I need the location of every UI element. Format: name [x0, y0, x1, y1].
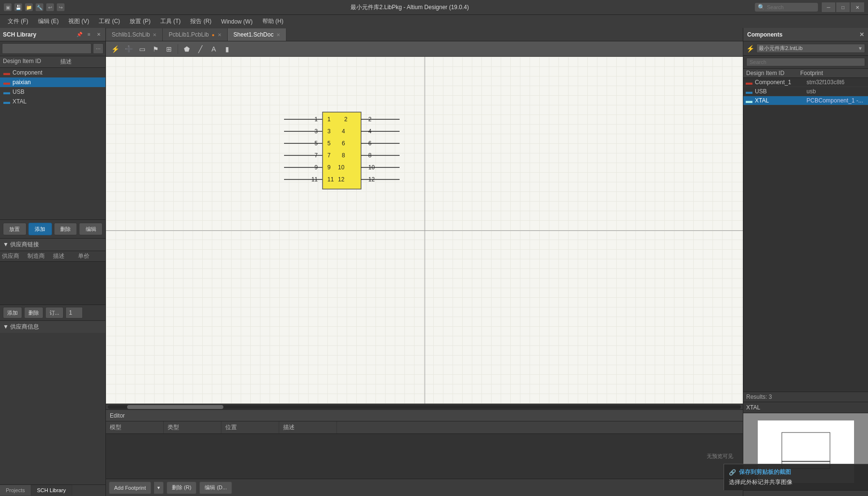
menu-place[interactable]: 放置 (P) [126, 16, 154, 27]
menu-help[interactable]: 帮助 (H) [259, 16, 287, 27]
component-search-row: ⋯ [0, 41, 105, 56]
save-clipboard-desc: 选择此外标记并共享图像 [729, 478, 863, 486]
svg-text:3: 3 [327, 128, 331, 135]
right-panel-header: Components ✕ [743, 28, 868, 41]
editor-panel: Editor 模型 类型 位置 描述 无预览可见 Add Footprint ▼… [106, 409, 743, 496]
line-button[interactable]: ╱ [194, 43, 207, 55]
svg-text:3: 3 [314, 128, 318, 135]
right-panel-close-icon[interactable]: ✕ [859, 31, 864, 38]
rect-button[interactable]: ▭ [136, 43, 148, 55]
supply-chain-header[interactable]: ▼ 供应商链接 [0, 239, 105, 251]
schematic-toolbar: ⚡ ➕ ▭ ⚑ ⊞ ⬟ ╱ A ▮ [106, 41, 743, 57]
svg-text:9: 9 [327, 164, 331, 171]
supply-add-button[interactable]: 添加 [3, 307, 22, 318]
right-list-item[interactable]: ▬ Component_1 stm32f103c8t6 [743, 78, 868, 87]
menu-bar: 文件 (F) 编辑 (E) 视图 (V) 工程 (C) 放置 (P) 工具 (T… [0, 14, 868, 28]
component-icon-red: ▬ [4, 79, 10, 85]
list-item[interactable]: ▬ USB [0, 87, 105, 97]
right-panel-scrollbar[interactable] [743, 490, 868, 496]
list-item[interactable]: ▬ Component [0, 68, 105, 77]
undo-icon[interactable]: ↩ [46, 3, 54, 11]
menu-window[interactable]: Window (W) [217, 17, 256, 26]
tab-pcblib[interactable]: PcbLib1.PcbLib ● ✕ [163, 28, 227, 41]
right-search-row [743, 56, 868, 69]
menu-tools[interactable]: 工具 (T) [156, 16, 185, 27]
horizontal-scrollbar[interactable] [106, 404, 743, 409]
schematic-canvas[interactable]: 1 3 5 7 9 11 1 3 5 7 9 11 2 [106, 57, 743, 404]
tab-pcblib-close-icon[interactable]: ✕ [218, 32, 221, 38]
scrollbar-thumb[interactable] [127, 405, 223, 409]
tb-icon-3[interactable]: 🔧 [36, 3, 43, 11]
right-search-input[interactable] [746, 58, 865, 66]
supply-order-button[interactable]: 订... [45, 307, 64, 318]
left-panel-close-icon[interactable]: ✕ [95, 31, 103, 38]
menu-report[interactable]: 报告 (R) [186, 16, 215, 27]
title-search-input[interactable] [767, 4, 815, 10]
tab-sheet-close-icon[interactable]: ✕ [276, 32, 280, 38]
fill-button[interactable]: ⬟ [181, 43, 193, 55]
title-search-box[interactable]: 🔍 [755, 3, 818, 12]
editor-edit-button[interactable]: 编辑 (D... [199, 482, 232, 494]
tab-schlib[interactable]: Schlib1.SchLib ✕ [106, 28, 163, 41]
left-panel-menu-icon[interactable]: ≡ [85, 31, 93, 38]
window-controls: ─ □ ✕ [822, 2, 864, 12]
svg-text:10: 10 [368, 164, 375, 171]
design-item-id-label: Design Item ID [3, 58, 41, 66]
text-button[interactable]: A [207, 43, 220, 55]
component-search-input[interactable] [2, 43, 91, 54]
add-footprint-dropdown-button[interactable]: ▼ [154, 482, 164, 494]
menu-edit[interactable]: 编辑 (E) [34, 16, 63, 27]
flag-button[interactable]: ⚑ [149, 43, 162, 55]
editor-remove-button[interactable]: 删除 (R) [167, 482, 196, 494]
svg-text:9: 9 [314, 164, 318, 171]
tb-icon-1[interactable]: 💾 [14, 3, 22, 11]
supply-remove-button[interactable]: 删除 [24, 307, 43, 318]
menu-project[interactable]: 工程 (C) [95, 16, 124, 27]
tb-icon-2[interactable]: 📁 [25, 3, 33, 11]
supply-action-buttons: 添加 删除 订... [0, 305, 105, 321]
maximize-button[interactable]: □ [836, 2, 850, 12]
tab-sheet[interactable]: Sheet1.SchDoc ✕ [228, 28, 286, 41]
tab-bar: Schlib1.SchLib ✕ PcbLib1.PcbLib ● ✕ Shee… [106, 28, 743, 41]
remove-button[interactable]: 删除 [54, 223, 78, 235]
canvas-vline [425, 57, 425, 404]
supply-chain-arrow-icon: ▼ [3, 241, 10, 248]
bottom-tab-sch-library[interactable]: SCH Library [31, 485, 72, 496]
desc-label: 描述 [60, 58, 72, 66]
right-list-item[interactable]: ▬ USB usb [743, 87, 868, 96]
supply-info-header[interactable]: ▼ 供应商信息 [0, 321, 105, 333]
right-library-label: 最小元件库2.IntLib [759, 45, 858, 52]
editor-table-body: 无预览可见 [106, 434, 743, 479]
filter-button[interactable]: ⚡ [109, 43, 121, 55]
place-button[interactable]: 放置 [3, 223, 26, 235]
redo-icon[interactable]: ↪ [57, 3, 65, 11]
svg-text:6: 6 [342, 140, 345, 147]
list-item[interactable]: ▬ XTAL [0, 97, 105, 106]
list-item[interactable]: ▬ paixian [0, 77, 105, 87]
component-search-button[interactable]: ⋯ [93, 43, 104, 54]
pin-button[interactable]: ⊞ [163, 43, 175, 55]
search-icon: 🔍 [758, 4, 765, 11]
left-panel-pin-icon[interactable]: 📌 [76, 31, 83, 38]
close-button[interactable]: ✕ [851, 2, 864, 12]
menu-view[interactable]: 视图 (V) [65, 16, 93, 27]
comp-icon-blue: ▬ [746, 89, 752, 94]
right-library-dropdown-icon[interactable]: ▼ [858, 46, 863, 51]
svg-text:4: 4 [342, 128, 345, 135]
edit-button[interactable]: 编辑 [79, 223, 103, 235]
design-item-header: Design Item ID 描述 [0, 56, 105, 68]
add-button[interactable]: 添加 [28, 223, 52, 235]
editor-col-desc: 描述 [279, 421, 337, 433]
menu-file[interactable]: 文件 (F) [4, 16, 32, 27]
minimize-button[interactable]: ─ [822, 2, 835, 12]
add-icon-button[interactable]: ➕ [122, 43, 135, 55]
right-list-item[interactable]: ▬ XTAL PCBComponent_1 -... [743, 96, 868, 105]
add-footprint-button[interactable]: Add Footprint [109, 482, 151, 494]
tab-schlib-close-icon[interactable]: ✕ [153, 32, 156, 38]
extra-button[interactable]: ▮ [221, 43, 233, 55]
bottom-tab-projects[interactable]: Projects [0, 485, 31, 496]
supply-qty-input[interactable] [65, 307, 83, 318]
right-filter-icon[interactable]: ⚡ [746, 45, 754, 52]
right-panel: Components ✕ ⚡ 最小元件库2.IntLib ▼ Design It… [743, 28, 868, 496]
component-icon-red: ▬ [4, 70, 10, 76]
